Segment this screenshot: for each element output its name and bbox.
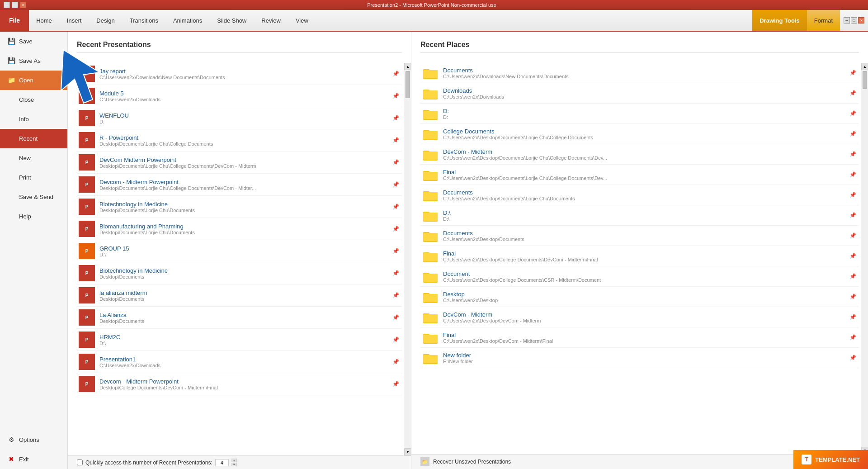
tab-animations[interactable]: Animations — [166, 10, 210, 31]
sidebar-item-info[interactable]: Info — [0, 109, 67, 129]
pin-icon[interactable]: 📌 — [391, 115, 400, 121]
pin-icon[interactable]: 📌 — [391, 93, 400, 99]
recent-count-input[interactable] — [215, 459, 229, 466]
close-btn[interactable]: ✕ — [858, 17, 864, 24]
sidebar-item-save[interactable]: 💾 Save — [0, 32, 67, 51]
sidebar-item-print[interactable]: Print — [0, 168, 67, 187]
list-item[interactable]: Document C:\Users\wen2x\Desktop\College … — [420, 266, 859, 287]
list-item[interactable]: D:\ D:\ 📌 — [420, 205, 859, 226]
minimize-btn[interactable]: ─ — [844, 17, 850, 24]
pin-icon[interactable]: 📌 — [391, 359, 400, 365]
pin-icon[interactable]: 📌 — [848, 232, 857, 239]
pin-icon[interactable]: 📌 — [391, 270, 400, 276]
list-item[interactable]: P la alianza midterm Desktop\Documents 📌 — [77, 284, 402, 307]
list-item[interactable]: Downloads C:\Users\wen2x\Downloads 📌 — [420, 83, 859, 104]
sidebar-item-recent[interactable]: Recent — [0, 129, 67, 148]
pin-icon[interactable]: 📌 — [848, 314, 857, 320]
pin-icon[interactable]: 📌 — [848, 70, 857, 76]
list-item[interactable]: Final C:\Users\wen2x\Desktop\College Doc… — [420, 246, 859, 266]
tab-view[interactable]: View — [288, 10, 316, 31]
sidebar-item-new[interactable]: New — [0, 148, 67, 168]
pin-icon[interactable]: 📌 — [848, 171, 857, 178]
recent-scrollbar[interactable]: ▲ ▼ — [404, 63, 411, 455]
list-item[interactable]: Desktop C:\Users\wen2x\Desktop 📌 — [420, 287, 859, 307]
tab-insert[interactable]: Insert — [60, 10, 90, 31]
list-item[interactable]: Final C:\Users\wen2x\Desktop\Documents\L… — [420, 165, 859, 185]
folder-icon — [422, 127, 439, 141]
pin-icon[interactable]: 📌 — [391, 137, 400, 143]
list-item[interactable]: New folder E:\New folder 📌 — [420, 348, 859, 368]
places-scrollbar[interactable]: ▲ ▼ — [861, 63, 868, 454]
pin-icon[interactable]: 📌 — [391, 204, 400, 210]
pin-icon[interactable]: 📌 — [391, 381, 400, 387]
file-tab[interactable]: File — [0, 10, 29, 31]
list-item[interactable]: P Devcom - Midterm Powerpoint Desktop\Do… — [77, 174, 402, 196]
tab-home[interactable]: Home — [29, 10, 60, 31]
pin-icon[interactable]: 📌 — [391, 314, 400, 321]
count-up-btn[interactable]: ▲ — [231, 459, 237, 462]
list-item[interactable]: P DevCom Midterm Powerpoint Desktop\Docu… — [77, 152, 402, 174]
list-item[interactable]: P GROUP 15 D:\ 📌 — [77, 240, 402, 262]
sidebar-item-options[interactable]: ⚙ Options — [0, 430, 67, 450]
scroll-up-btn[interactable]: ▲ — [404, 63, 411, 70]
list-item[interactable]: College Documents C:\Users\wen2x\Desktop… — [420, 124, 859, 144]
list-item[interactable]: DevCom - Midterm C:\Users\wen2x\Desktop\… — [420, 307, 859, 327]
pin-icon[interactable]: 📌 — [848, 131, 857, 137]
list-item[interactable]: P HRM2C D:\ 📌 — [77, 329, 402, 351]
recent-item-name: Presentation1 — [99, 356, 391, 363]
list-item[interactable]: Documents C:\Users\wen2x\Downloads\New D… — [420, 63, 859, 83]
pin-icon[interactable]: 📌 — [391, 292, 400, 298]
sidebar-item-save-send[interactable]: Save & Send — [0, 187, 67, 207]
pin-icon[interactable]: 📌 — [391, 226, 400, 232]
places-scroll-thumb[interactable] — [863, 71, 867, 89]
sidebar-item-open[interactable]: 📁 Open — [0, 71, 67, 90]
pin-icon[interactable]: 📌 — [391, 336, 400, 343]
tab-transitions[interactable]: Transitions — [123, 10, 166, 31]
pin-icon[interactable]: 📌 — [848, 151, 857, 157]
sidebar-item-close[interactable]: Close — [0, 90, 67, 109]
list-item[interactable]: P Devcom - Midterm Powerpoint Desktop\Co… — [77, 373, 402, 395]
pin-icon[interactable]: 📌 — [848, 334, 857, 341]
list-item[interactable]: P R - Powerpoint Desktop\Documents\Lorji… — [77, 129, 402, 152]
scroll-down-btn[interactable]: ▼ — [404, 448, 411, 455]
pin-icon[interactable]: 📌 — [848, 355, 857, 361]
maximize-btn[interactable]: □ — [851, 17, 857, 24]
count-down-btn[interactable]: ▼ — [231, 463, 237, 466]
pin-icon[interactable]: 📌 — [848, 192, 857, 198]
pin-icon[interactable]: 📌 — [848, 212, 857, 218]
quick-access-checkbox[interactable] — [77, 460, 83, 465]
list-item[interactable]: DevCom - Midterm C:\Users\wen2x\Desktop\… — [420, 144, 859, 165]
list-item[interactable]: P Biotechnology in Medicine Desktop\Docu… — [77, 262, 402, 284]
list-item[interactable]: P Biomanufacturing and Pharming Desktop\… — [77, 218, 402, 240]
pin-icon[interactable]: 📌 — [391, 71, 400, 77]
scroll-thumb[interactable] — [406, 71, 410, 98]
pin-icon[interactable]: 📌 — [848, 253, 857, 259]
places-scroll-up-btn[interactable]: ▲ — [861, 63, 868, 70]
tab-format[interactable]: Format — [807, 10, 840, 31]
list-item[interactable]: P La Alianza Desktop\Documents 📌 — [77, 307, 402, 329]
pin-icon[interactable]: 📌 — [848, 273, 857, 280]
pin-icon[interactable]: 📌 — [391, 181, 400, 188]
list-item[interactable]: Documents C:\Users\wen2x\Desktop\Documen… — [420, 226, 859, 246]
pin-icon[interactable]: 📌 — [848, 294, 857, 300]
sidebar-item-exit[interactable]: ✖ Exit — [0, 450, 67, 469]
sidebar-item-help[interactable]: Help — [0, 207, 67, 226]
list-item[interactable]: P Biotechnology in Medicine Desktop\Docu… — [77, 196, 402, 218]
recover-unsaved-btn[interactable]: 📁 Recover Unsaved Presentations — [420, 457, 511, 466]
pin-icon[interactable]: 📌 — [391, 159, 400, 166]
list-item[interactable]: P WENFLOU D: 📌 — [77, 107, 402, 129]
list-item[interactable]: Final C:\Users\wen2x\Desktop\DevCom - Mi… — [420, 327, 859, 348]
places-list: Documents C:\Users\wen2x\Downloads\New D… — [411, 63, 861, 454]
tab-design[interactable]: Design — [89, 10, 122, 31]
sidebar-item-save-as[interactable]: 💾 Save As — [0, 51, 67, 71]
list-item[interactable]: P Presentation1 C:\Users\wen2x\Downloads… — [77, 351, 402, 373]
pin-icon[interactable]: 📌 — [391, 248, 400, 254]
list-item[interactable]: Documents C:\Users\wen2x\Desktop\Documen… — [420, 185, 859, 205]
tab-review[interactable]: Review — [254, 10, 288, 31]
list-item[interactable]: P Module 5 C:\Users\wen2x\Downloads 📌 — [77, 85, 402, 107]
list-item[interactable]: P Jay report C:\Users\wen2x\Downloads\Ne… — [77, 63, 402, 85]
list-item[interactable]: D: D: 📌 — [420, 104, 859, 124]
pin-icon[interactable]: 📌 — [848, 110, 857, 117]
tab-slide-show[interactable]: Slide Show — [210, 10, 254, 31]
pin-icon[interactable]: 📌 — [848, 90, 857, 96]
